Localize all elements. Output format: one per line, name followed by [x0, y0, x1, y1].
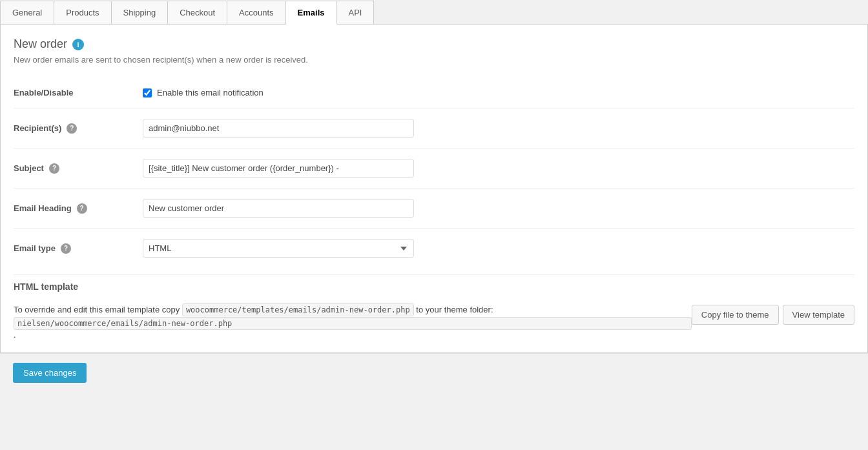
- enable-checkbox[interactable]: [143, 88, 152, 97]
- recipients-label-row: Recipient(s) ?: [14, 123, 130, 134]
- section-title-row: New order i: [14, 37, 854, 51]
- enable-disable-cell: Enable this email notification: [143, 77, 854, 108]
- template-desc-content: To override and edit this email template…: [14, 305, 692, 340]
- tab-general[interactable]: General: [0, 1, 54, 25]
- save-changes-button[interactable]: Save changes: [13, 363, 87, 383]
- recipients-row: Recipient(s) ?: [14, 108, 854, 148]
- recipients-help-icon[interactable]: ?: [67, 123, 77, 134]
- email-heading-label: Email Heading ?: [14, 189, 143, 229]
- template-period: .: [14, 330, 16, 340]
- subject-label: Subject ?: [14, 148, 143, 189]
- tab-emails[interactable]: Emails: [285, 1, 337, 25]
- email-type-cell: HTML Plain text Multipart: [143, 229, 854, 269]
- content-area: New order i New order emails are sent to…: [0, 25, 868, 353]
- email-type-select[interactable]: HTML Plain text Multipart: [143, 239, 414, 258]
- recipients-input[interactable]: [143, 119, 414, 138]
- enable-checkbox-label: Enable this email notification: [157, 88, 264, 97]
- enable-disable-row: Enable/Disable Enable this email notific…: [14, 77, 854, 108]
- tab-products[interactable]: Products: [54, 1, 111, 25]
- email-type-label-row: Email type ?: [14, 243, 130, 254]
- view-template-button[interactable]: View template: [783, 305, 854, 325]
- template-buttons: Copy file to theme View template: [692, 305, 854, 325]
- template-title: HTML template: [14, 281, 854, 292]
- template-theme-path-code: nielsen/woocommerce/emails/admin-new-ord…: [14, 317, 692, 330]
- email-heading-label-row: Email Heading ?: [14, 203, 130, 214]
- email-heading-cell: [143, 189, 854, 229]
- subject-cell: [143, 148, 854, 189]
- tab-shipping[interactable]: Shipping: [111, 1, 169, 25]
- bottom-section: To override and edit this email template…: [14, 298, 854, 340]
- recipients-cell: [143, 108, 854, 148]
- page-wrapper: General Products Shipping Checkout Accou…: [0, 0, 868, 450]
- tab-api[interactable]: API: [336, 1, 375, 25]
- info-icon[interactable]: i: [72, 39, 84, 50]
- enable-checkbox-row: Enable this email notification: [143, 88, 854, 97]
- tab-checkout[interactable]: Checkout: [167, 1, 227, 25]
- email-type-help-icon[interactable]: ?: [61, 243, 71, 254]
- subject-label-row: Subject ?: [14, 163, 130, 174]
- subject-input[interactable]: [143, 159, 414, 178]
- section-description: New order emails are sent to chosen reci…: [14, 55, 854, 65]
- tabs-bar: General Products Shipping Checkout Accou…: [0, 0, 868, 25]
- copy-file-to-theme-button[interactable]: Copy file to theme: [692, 305, 779, 325]
- recipients-label: Recipient(s) ?: [14, 108, 143, 148]
- template-desc-before: To override and edit this email template…: [14, 305, 180, 314]
- enable-disable-label: Enable/Disable: [14, 77, 143, 108]
- email-heading-row: Email Heading ?: [14, 189, 854, 229]
- save-section: Save changes: [0, 353, 868, 392]
- subject-row: Subject ?: [14, 148, 854, 189]
- section-title-text: New order: [14, 37, 67, 51]
- template-path-code: woocommerce/templates/emails/admin-new-o…: [182, 303, 414, 316]
- subject-help-icon[interactable]: ?: [49, 163, 59, 174]
- form-table: Enable/Disable Enable this email notific…: [14, 77, 854, 268]
- email-heading-input[interactable]: [143, 199, 414, 218]
- template-desc-middle: to your theme folder:: [416, 305, 493, 314]
- email-type-label: Email type ?: [14, 229, 143, 269]
- tab-accounts[interactable]: Accounts: [227, 1, 285, 25]
- email-heading-help-icon[interactable]: ?: [77, 203, 87, 214]
- email-type-row: Email type ? HTML Plain text Multipart: [14, 229, 854, 269]
- template-section: HTML template To override and edit this …: [14, 274, 854, 340]
